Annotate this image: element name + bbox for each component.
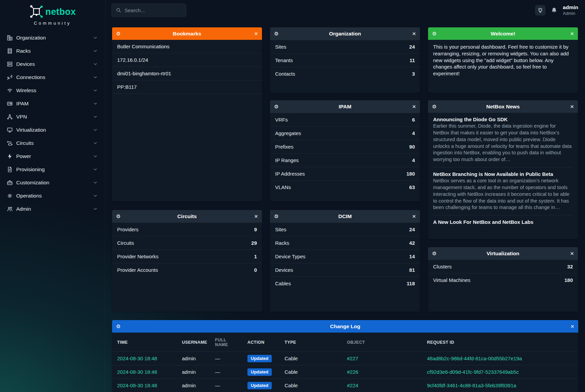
stat-value[interactable]: 9: [254, 227, 257, 232]
sidebar-item[interactable]: Racks: [0, 44, 105, 57]
column-header[interactable]: USERNAME: [177, 333, 210, 352]
stat-value[interactable]: 14: [409, 254, 415, 259]
change-object-link[interactable]: #224: [347, 383, 358, 388]
stat-label[interactable]: Virtual Machines: [433, 277, 471, 283]
brand[interactable]: netbox Community: [0, 0, 105, 26]
gear-icon[interactable]: ⚙: [274, 104, 278, 109]
column-header[interactable]: FULL NAME: [210, 333, 242, 352]
stat-label[interactable]: Sites: [275, 227, 286, 232]
stat-value[interactable]: 81: [409, 267, 415, 273]
sidebar-item[interactable]: Circuits: [0, 136, 105, 150]
news-item-title[interactable]: NetBox Branching is Now Available in Pub…: [433, 171, 573, 177]
close-icon[interactable]: ×: [570, 103, 574, 110]
stat-label[interactable]: Providers: [117, 227, 138, 232]
column-header[interactable]: OBJECT: [342, 333, 422, 352]
bookmark-item[interactable]: dmi01-binghamton-rtr01: [112, 67, 262, 80]
stat-value[interactable]: 0: [254, 267, 257, 273]
gear-icon[interactable]: ⚙: [116, 214, 121, 219]
stat-value[interactable]: 29: [251, 240, 257, 246]
stat-value[interactable]: 24: [409, 44, 415, 50]
close-icon[interactable]: ×: [570, 323, 574, 330]
search-input[interactable]: [125, 7, 179, 13]
stat-label[interactable]: VRFs: [275, 117, 288, 123]
stat-value[interactable]: 6: [412, 117, 415, 123]
change-time-link[interactable]: 2024-08-30 18:48: [117, 383, 157, 388]
close-icon[interactable]: ×: [570, 30, 574, 37]
column-header[interactable]: TIME: [112, 333, 177, 352]
stat-value[interactable]: 63: [409, 184, 415, 190]
bookmark-item[interactable]: 172.16.0.1/24: [112, 53, 262, 67]
gear-icon[interactable]: ⚙: [116, 31, 121, 36]
close-icon[interactable]: ×: [570, 250, 574, 257]
sidebar-item[interactable]: VPN: [0, 110, 105, 123]
sidebar-item[interactable]: Devices: [0, 57, 105, 71]
bookmark-item[interactable]: Butler Communications: [112, 40, 262, 53]
gear-icon[interactable]: ⚙: [116, 324, 121, 329]
stat-label[interactable]: Provider Accounts: [117, 267, 158, 273]
stat-label[interactable]: Devices: [275, 267, 293, 273]
sidebar-item[interactable]: Provisioning: [0, 163, 105, 176]
stat-label[interactable]: Contacts: [275, 71, 295, 77]
close-icon[interactable]: ×: [412, 30, 416, 37]
stat-value[interactable]: 118: [407, 281, 415, 286]
change-object-link[interactable]: #227: [347, 356, 358, 361]
gear-icon[interactable]: ⚙: [432, 104, 436, 109]
sidebar-item[interactable]: Virtualization: [0, 123, 105, 136]
user-menu[interactable]: admin Admin: [563, 4, 578, 16]
sidebar-item[interactable]: Admin: [0, 202, 105, 215]
sidebar-item[interactable]: Operations: [0, 189, 105, 202]
column-header[interactable]: ACTION: [242, 333, 280, 352]
stat-value[interactable]: 180: [564, 277, 573, 283]
stat-value[interactable]: 1: [254, 254, 257, 259]
stat-value[interactable]: 90: [409, 144, 415, 150]
news-item-title[interactable]: A New Look For NetBox and NetBox Labs: [433, 219, 573, 225]
sidebar-item[interactable]: Customization: [0, 176, 105, 189]
stat-value[interactable]: 180: [406, 171, 415, 177]
sidebar-item[interactable]: Power: [0, 150, 105, 163]
change-request-id-link[interactable]: 48ad8b2c-986d-44fd-81ca-00d55b27e19a: [427, 356, 522, 361]
column-header[interactable]: REQUEST ID: [422, 333, 578, 352]
stat-label[interactable]: Racks: [275, 240, 289, 246]
stat-label[interactable]: VLANs: [275, 184, 291, 190]
stat-label[interactable]: Cables: [275, 281, 291, 286]
gear-icon[interactable]: ⚙: [432, 251, 436, 256]
sidebar-item[interactable]: IPAM: [0, 97, 105, 110]
gear-icon[interactable]: ⚙: [274, 214, 278, 219]
notifications-button[interactable]: [551, 7, 557, 14]
stat-label[interactable]: Prefixes: [275, 144, 293, 150]
sidebar-item[interactable]: Organization: [0, 31, 105, 44]
change-time-link[interactable]: 2024-08-30 18:48: [117, 369, 157, 375]
theme-toggle-button[interactable]: [535, 5, 546, 16]
close-icon[interactable]: ×: [412, 213, 416, 219]
close-icon[interactable]: ×: [254, 30, 258, 37]
stat-label[interactable]: Clusters: [433, 264, 452, 269]
stat-value[interactable]: 11: [409, 57, 415, 63]
stat-label[interactable]: IP Ranges: [275, 157, 299, 163]
column-header[interactable]: TYPE: [280, 333, 342, 352]
stat-value[interactable]: 42: [409, 240, 415, 246]
gear-icon[interactable]: ⚙: [274, 31, 278, 36]
close-icon[interactable]: ×: [412, 103, 416, 110]
gear-icon[interactable]: ⚙: [432, 31, 436, 36]
change-object-link[interactable]: #226: [347, 369, 358, 375]
news-item-title[interactable]: Announcing the Diode Go SDK: [433, 116, 573, 122]
stat-label[interactable]: Circuits: [117, 240, 134, 246]
stat-value[interactable]: 4: [412, 157, 415, 163]
sidebar-item[interactable]: Wireless: [0, 84, 105, 97]
search-box[interactable]: [111, 3, 186, 17]
stat-label[interactable]: Sites: [275, 44, 286, 50]
stat-label[interactable]: Device Types: [275, 254, 305, 259]
stat-label[interactable]: Aggregates: [275, 130, 301, 136]
change-time-link[interactable]: 2024-08-30 18:48: [117, 356, 157, 361]
stat-value[interactable]: 32: [567, 264, 573, 269]
change-request-id-link[interactable]: 9cf40fdf-3461-4c88-81a3-5feb39f8391a: [427, 383, 516, 388]
stat-value[interactable]: 4: [412, 130, 415, 136]
stat-label[interactable]: Provider Networks: [117, 254, 159, 259]
sidebar-item[interactable]: Connections: [0, 71, 105, 84]
close-icon[interactable]: ×: [254, 213, 258, 219]
stat-label[interactable]: IP Addresses: [275, 171, 305, 177]
bookmark-item[interactable]: PP:B117: [112, 80, 262, 94]
stat-value[interactable]: 3: [412, 71, 415, 77]
stat-value[interactable]: 24: [409, 227, 415, 232]
stat-label[interactable]: Tenants: [275, 57, 293, 63]
